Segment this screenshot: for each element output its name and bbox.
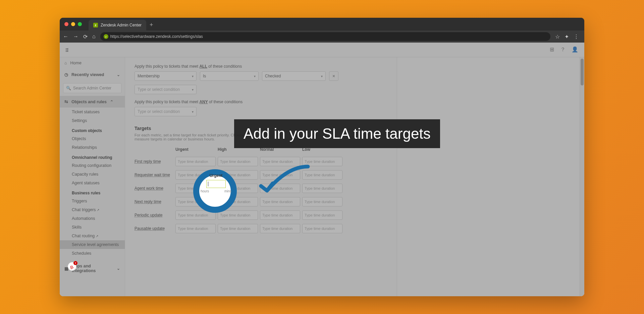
- target-input[interactable]: Type time duration: [260, 184, 300, 193]
- spotlight-input[interactable]: [206, 180, 226, 188]
- add-condition-select[interactable]: Type or select condition▾: [135, 85, 197, 94]
- target-input[interactable]: Type time duration: [175, 157, 216, 166]
- sidebar-item-relationships[interactable]: Relationships: [60, 143, 125, 152]
- home-nav-icon: ⌂: [64, 61, 67, 65]
- metric-periodic: Periodic update: [135, 210, 173, 220]
- priority-urgent-header: Urgent: [175, 147, 216, 153]
- sidebar-recent[interactable]: ◷Recently viewed ⌄: [60, 69, 125, 80]
- site-lock-icon: z: [104, 34, 108, 39]
- extensions-icon[interactable]: ✦: [565, 34, 569, 40]
- add-any-condition-select[interactable]: Type or select condition▾: [135, 107, 197, 116]
- sidebar-item-settings[interactable]: Settings: [60, 116, 125, 125]
- app-root: Ⲷ ⊞ ？ 👤 ⌂ Home ◷Recently viewed ⌄ 🔍 Se: [60, 43, 584, 296]
- chevron-down-icon: ⌄: [117, 72, 120, 77]
- forward-icon[interactable]: →: [73, 34, 78, 40]
- close-window-icon[interactable]: [64, 22, 68, 26]
- new-tab-button[interactable]: +: [150, 21, 153, 28]
- remove-condition-button[interactable]: ×: [329, 71, 338, 81]
- reload-icon[interactable]: ⟳: [83, 34, 88, 40]
- target-input[interactable]: Type time duration: [218, 210, 258, 220]
- menu-icon[interactable]: ⋮: [574, 34, 579, 40]
- sidebar-item-schedules[interactable]: Schedules: [60, 249, 125, 258]
- grammarly-badge-icon[interactable]: g.: [68, 262, 76, 271]
- sidebar-item-triggers[interactable]: Triggers: [60, 197, 125, 205]
- spotlight-hours-label: hours: [201, 189, 209, 193]
- clock-icon: ◷: [64, 72, 68, 77]
- sidebar-recent-label: Recently viewed: [71, 72, 104, 77]
- tab-title: Zendesk Admin Center: [101, 23, 142, 27]
- rules-icon: ⇆: [64, 99, 68, 104]
- minimize-window-icon[interactable]: [71, 22, 75, 26]
- main-content: Apply this policy to tickets that meet A…: [125, 57, 397, 296]
- scrollbar-thumb[interactable]: [581, 59, 584, 85]
- sidebar-group-custom-objects: Custom objects: [60, 125, 125, 134]
- sidebar-item-chat-triggers[interactable]: Chat triggers: [60, 205, 125, 214]
- target-input[interactable]: Type time duration: [218, 224, 258, 233]
- help-icon[interactable]: ？: [560, 46, 566, 53]
- metric-next-reply: Next reply time: [135, 197, 173, 207]
- any-conditions-label: Apply this policy to tickets that meet A…: [135, 100, 387, 104]
- url-input[interactable]: z https://selectivehardware.zendesk.com/…: [100, 32, 550, 41]
- apps-grid-icon[interactable]: ⊞: [550, 46, 554, 53]
- all-conditions-label: Apply this policy to tickets that meet A…: [135, 64, 387, 69]
- target-input[interactable]: Type time duration: [218, 197, 258, 206]
- caret-icon: ▾: [254, 74, 256, 78]
- sidebar-item-capacity[interactable]: Capacity rules: [60, 170, 125, 179]
- caret-icon: ▾: [321, 74, 323, 78]
- sidebar-home-label: Home: [70, 61, 82, 65]
- profile-icon[interactable]: 👤: [572, 46, 578, 53]
- condition-operator-select[interactable]: Is▾: [200, 71, 259, 81]
- back-icon[interactable]: ←: [63, 34, 68, 40]
- condition-field-select[interactable]: Membership▾: [135, 71, 197, 81]
- bookmark-icon[interactable]: ☆: [555, 34, 560, 40]
- metric-pausable: Pausable update: [135, 224, 173, 234]
- tutorial-callout: Add in your SLA time targets: [234, 119, 440, 148]
- objects-rules-label: Objects and rules: [71, 100, 107, 104]
- titlebar: z Zendesk Admin Center +: [60, 18, 584, 30]
- target-input[interactable]: Type time duration: [260, 197, 300, 206]
- sidebar-item-sla[interactable]: Service level agreements: [60, 240, 125, 249]
- target-input[interactable]: Type time duration: [302, 224, 342, 233]
- sidebar-item-ticket-statuses[interactable]: Ticket statuses: [60, 108, 125, 116]
- target-input[interactable]: Type time duration: [260, 224, 300, 233]
- sidebar-apps-label: Apps and integrations: [72, 264, 113, 273]
- metric-first-reply: First reply time: [135, 156, 173, 167]
- zendesk-favicon-icon: z: [93, 23, 98, 27]
- scrollbar[interactable]: [580, 57, 584, 296]
- traffic-lights: [64, 22, 82, 26]
- target-input[interactable]: Type time duration: [302, 210, 342, 220]
- target-input[interactable]: Type time duration: [302, 157, 342, 166]
- sidebar-item-objects[interactable]: Objects: [60, 134, 125, 143]
- target-input[interactable]: Type time duration: [260, 157, 300, 166]
- condition-value-select[interactable]: Checked▾: [262, 71, 326, 81]
- url-bar: ← → ⟳ ⌂ z https://selectivehardware.zend…: [60, 30, 584, 43]
- sidebar-item-chat-routing[interactable]: Chat routing: [60, 232, 125, 240]
- target-input[interactable]: Type time duration: [175, 224, 216, 233]
- sidebar-item-agent-statuses[interactable]: Agent statuses: [60, 179, 125, 187]
- target-input[interactable]: Type time duration: [260, 170, 300, 180]
- metric-agent-work: Agent work time: [135, 183, 173, 193]
- browser-tab[interactable]: z Zendesk Admin Center: [89, 20, 146, 30]
- sidebar-item-skills[interactable]: Skills: [60, 223, 125, 232]
- target-input[interactable]: Type time duration: [175, 197, 216, 206]
- target-input[interactable]: Type time duration: [302, 184, 342, 193]
- metric-requester-wait: Requester wait time: [135, 170, 173, 180]
- sidebar-home[interactable]: ⌂ Home: [60, 57, 125, 69]
- chevron-down-icon: ⌄: [117, 266, 120, 271]
- maximize-window-icon[interactable]: [78, 22, 82, 26]
- caret-icon: ▾: [192, 74, 194, 78]
- spotlight-content: Urgent hours mins: [198, 173, 234, 193]
- target-input[interactable]: Type time duration: [302, 197, 342, 206]
- sidebar-item-automations[interactable]: Automations: [60, 214, 125, 223]
- target-input[interactable]: Type time duration: [175, 210, 216, 220]
- sidebar-objects-rules[interactable]: ⇆Objects and rules ⌃: [60, 96, 125, 108]
- sidebar-item-routing[interactable]: Routing configuration: [60, 161, 125, 170]
- target-input[interactable]: Type time duration: [260, 210, 300, 220]
- caret-icon: ▾: [192, 88, 194, 91]
- browser-window: z Zendesk Admin Center + ← → ⟳ ⌂ z https…: [60, 18, 584, 296]
- target-input[interactable]: Type time duration: [302, 170, 342, 180]
- target-input[interactable]: Type time duration: [218, 157, 258, 166]
- home-icon[interactable]: ⌂: [92, 34, 96, 40]
- sidebar-search[interactable]: 🔍 Search Admin Center: [63, 83, 121, 93]
- url-text: https://selectivehardware.zendesk.com/se…: [110, 34, 203, 39]
